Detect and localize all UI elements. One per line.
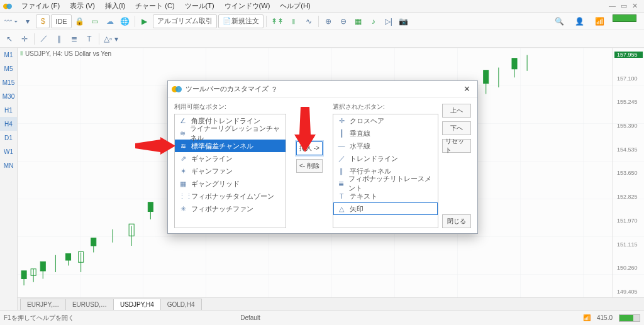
tool-icon: ∠ bbox=[179, 117, 187, 125]
tool-icon: ⋮⋮ bbox=[179, 192, 187, 201]
list-item-label: クロスヘア bbox=[350, 116, 384, 126]
tool-icon: ▦ bbox=[179, 180, 187, 188]
list-item[interactable]: ▦ギャングリッド bbox=[175, 177, 286, 190]
list-item-label: トレンドライン bbox=[350, 154, 398, 163]
available-label: 利用可能なボタン: bbox=[174, 102, 286, 111]
list-item[interactable]: ≋ライナーリグレッションチャネル bbox=[175, 127, 286, 140]
tool-icon: △ bbox=[337, 205, 346, 213]
list-item-label: 矢印 bbox=[350, 204, 364, 214]
list-item[interactable]: —水平線 bbox=[333, 140, 438, 152]
list-item[interactable]: ⇗ギャンライン bbox=[175, 152, 286, 165]
list-item[interactable]: ✳フィボナッチファン bbox=[175, 202, 286, 215]
dialog-help-icon[interactable]: ? bbox=[269, 85, 280, 93]
list-item[interactable]: △矢印 bbox=[333, 202, 438, 215]
tool-icon: ≋ bbox=[179, 129, 186, 138]
list-item-label: フィボナッチファン bbox=[191, 204, 253, 214]
list-item-label: ライナーリグレッションチャネル bbox=[190, 124, 282, 143]
tool-icon: ⇗ bbox=[179, 155, 187, 163]
list-item[interactable]: ≣フィボナッチリトレースメント bbox=[333, 177, 438, 190]
list-item-label: フィボナッチリトレースメント bbox=[348, 174, 434, 193]
list-item[interactable]: ⋮⋮フィボナッチタイムゾーン bbox=[175, 190, 286, 202]
dialog-titlebar[interactable]: ツールバーのカスタマイズ ? ✕ bbox=[168, 81, 477, 97]
customize-toolbar-dialog: ツールバーのカスタマイズ ? ✕ 利用可能なボタン: ∠角度付トレンドライン≋ラ… bbox=[167, 80, 478, 234]
close-button[interactable]: 閉じる bbox=[442, 214, 471, 228]
list-item-label: 標準偏差チャンネル bbox=[191, 141, 253, 151]
list-item-label: 垂直線 bbox=[350, 129, 370, 138]
tool-icon: — bbox=[337, 142, 346, 150]
list-item-label: ギャンファン bbox=[191, 167, 233, 176]
insert-button[interactable]: 挿入 -> bbox=[296, 141, 323, 155]
reset-button[interactable]: リセット bbox=[442, 139, 471, 153]
list-item-label: テキスト bbox=[350, 192, 377, 201]
list-item[interactable]: ✶ギャンファン bbox=[175, 165, 286, 177]
tool-icon: T bbox=[337, 192, 346, 200]
dialog-backdrop: ツールバーのカスタマイズ ? ✕ 利用可能なボタン: ∠角度付トレンドライン≋ラ… bbox=[0, 0, 644, 325]
tool-icon: ✶ bbox=[179, 167, 187, 175]
tool-icon: ✛ bbox=[337, 117, 346, 125]
down-button[interactable]: 下へ bbox=[442, 121, 471, 135]
up-button[interactable]: 上へ bbox=[442, 104, 471, 118]
tool-icon: ∥ bbox=[337, 167, 346, 175]
selected-label: 選択されたボタン: bbox=[333, 102, 438, 111]
list-item-label: 水平線 bbox=[350, 141, 370, 151]
selected-list[interactable]: ✛クロスヘア┃垂直線—水平線／トレンドライン∥平行チャネル≣フィボナッチリトレー… bbox=[333, 114, 438, 228]
tool-icon: ┃ bbox=[337, 129, 346, 138]
dialog-app-icon bbox=[172, 84, 182, 94]
dialog-title: ツールバーのカスタマイズ bbox=[186, 84, 269, 94]
available-list[interactable]: ∠角度付トレンドライン≋ライナーリグレッションチャネル≋標準偏差チャンネル⇗ギャ… bbox=[174, 114, 286, 228]
list-item-label: ギャンライン bbox=[191, 154, 233, 163]
list-item-label: ギャングリッド bbox=[191, 179, 240, 189]
tool-icon: ／ bbox=[337, 154, 346, 163]
list-item[interactable]: ✛クロスヘア bbox=[333, 114, 438, 127]
tool-icon: ≣ bbox=[337, 180, 345, 188]
list-item-label: フィボナッチタイムゾーン bbox=[191, 192, 274, 201]
list-item[interactable]: ┃垂直線 bbox=[333, 127, 438, 140]
tool-icon: ✳ bbox=[179, 205, 187, 213]
remove-button[interactable]: <- 削除 bbox=[296, 159, 323, 173]
svg-point-3 bbox=[175, 86, 182, 92]
dialog-close-icon[interactable]: ✕ bbox=[460, 84, 474, 94]
list-item[interactable]: ／トレンドライン bbox=[333, 152, 438, 165]
tool-icon: ≋ bbox=[179, 142, 187, 150]
